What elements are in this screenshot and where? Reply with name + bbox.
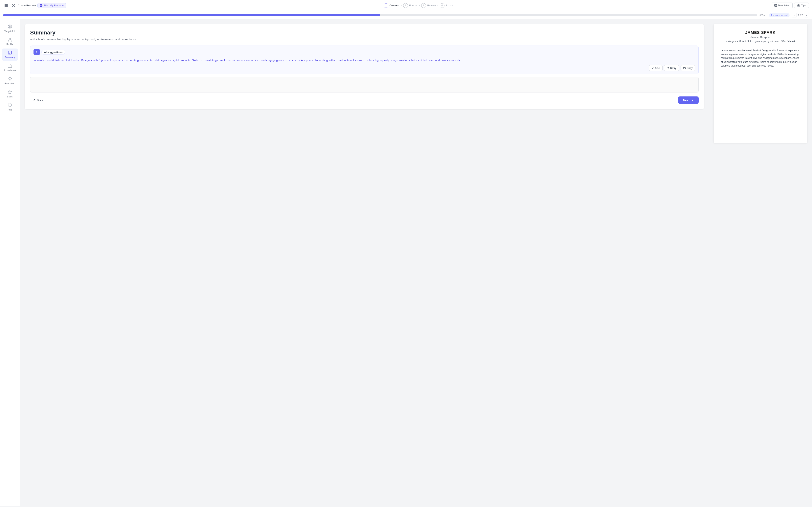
sidebar-item-experience[interactable]: Experience bbox=[2, 62, 18, 74]
ai-icon bbox=[34, 49, 40, 55]
sidebar-education-label: Education bbox=[5, 82, 15, 85]
sidebar-item-skills[interactable]: Skills bbox=[2, 88, 18, 100]
ai-suggestions-card: AI suggestions Innovative and detail-ori… bbox=[30, 46, 699, 74]
sidebar-experience-label: Experience bbox=[4, 69, 16, 72]
topnav-right: Templates Tips bbox=[771, 3, 809, 8]
step-content[interactable]: 1 Content bbox=[384, 3, 399, 8]
progress-bar-container: 50% auto saved ‹ 1 / 2 › bbox=[0, 11, 812, 19]
ai-suggestions-header: AI suggestions bbox=[34, 49, 695, 55]
sidebar-summary-label: Summary bbox=[5, 56, 15, 59]
svg-rect-27 bbox=[684, 67, 686, 69]
title-text: Title: My Resume bbox=[44, 4, 64, 7]
progress-pct: 50% bbox=[759, 14, 767, 17]
main-card: Summary Add a brief summary that highlig… bbox=[24, 24, 704, 109]
target-job-icon bbox=[8, 24, 12, 29]
resume-preview: JAMES SPARK Product Designer Los Angeles… bbox=[709, 19, 812, 506]
summary-text-input[interactable] bbox=[30, 77, 699, 93]
step-num-4: 4 bbox=[440, 3, 445, 8]
progress-track bbox=[3, 14, 757, 16]
ai-actions: Use Retry Copy bbox=[34, 65, 695, 71]
svg-rect-6 bbox=[774, 4, 775, 5]
step-format[interactable]: 2 Format bbox=[403, 3, 417, 8]
step-export[interactable]: 4 Export bbox=[440, 3, 453, 8]
ai-suggestion-text: Innovative and detail-oriented Product D… bbox=[34, 58, 695, 62]
step-num-2: 2 bbox=[403, 3, 408, 8]
sidebar-add-label: Add bbox=[8, 108, 12, 111]
resume-summary-text: Innovative and detail-oriented Product D… bbox=[721, 49, 800, 68]
svg-marker-21 bbox=[8, 90, 12, 94]
back-button[interactable]: Back bbox=[30, 97, 45, 103]
cloud-icon bbox=[771, 14, 774, 16]
svg-rect-9 bbox=[775, 6, 776, 7]
title-badge[interactable]: Title: My Resume bbox=[38, 3, 66, 8]
svg-point-14 bbox=[9, 38, 11, 40]
copy-icon bbox=[683, 67, 686, 69]
resume-name: JAMES SPARK bbox=[721, 30, 800, 35]
sidebar-item-target-job[interactable]: Target Job bbox=[2, 22, 18, 35]
use-label: Use bbox=[655, 66, 660, 69]
page-label: 1 / 2 bbox=[798, 14, 803, 17]
svg-point-25 bbox=[38, 51, 38, 51]
sidebar-profile-label: Profile bbox=[6, 43, 13, 46]
section-title: Summary bbox=[30, 30, 699, 36]
sidebar-skills-label: Skills bbox=[7, 95, 12, 98]
top-nav: Create Resume Title: My Resume 1 Content… bbox=[0, 0, 812, 11]
content-area: Summary Add a brief summary that highlig… bbox=[20, 19, 709, 506]
copy-label: Copy bbox=[687, 66, 693, 69]
tips-label: Tips bbox=[801, 4, 806, 7]
svg-point-26 bbox=[36, 53, 36, 53]
svg-point-13 bbox=[9, 26, 10, 27]
auto-saved-label: auto saved bbox=[775, 14, 788, 17]
svg-rect-8 bbox=[774, 6, 775, 7]
svg-rect-7 bbox=[775, 4, 776, 5]
prev-page-button[interactable]: ‹ bbox=[792, 13, 797, 17]
bottom-nav: Back Next bbox=[30, 97, 699, 104]
retry-label: Retry bbox=[670, 66, 676, 69]
step-label-content: Content bbox=[390, 4, 399, 7]
retry-button[interactable]: Retry bbox=[664, 65, 679, 71]
step-label-review: Review bbox=[427, 4, 436, 7]
sidebar-item-education[interactable]: Education bbox=[2, 75, 18, 87]
step-label-format: Format bbox=[409, 4, 417, 7]
step-arrow-3: › bbox=[437, 4, 438, 7]
next-arrow-icon bbox=[691, 99, 694, 102]
step-review[interactable]: 3 Review bbox=[421, 3, 436, 8]
profile-icon bbox=[8, 38, 12, 42]
step-arrow-1: › bbox=[401, 4, 402, 7]
page-nav: ‹ 1 / 2 › bbox=[792, 13, 809, 17]
copy-button[interactable]: Copy bbox=[680, 65, 695, 71]
auto-saved-badge: auto saved bbox=[769, 13, 790, 17]
back-arrow-icon bbox=[33, 99, 36, 102]
section-description: Add a brief summary that highlights your… bbox=[30, 38, 699, 42]
create-resume-label: Create Resume bbox=[18, 4, 36, 7]
tips-button[interactable]: Tips bbox=[794, 3, 809, 8]
sidebar-item-summary[interactable]: Summary bbox=[2, 49, 18, 61]
menu-button[interactable] bbox=[3, 3, 9, 8]
step-arrow-2: › bbox=[419, 4, 420, 7]
next-page-button[interactable]: › bbox=[804, 13, 809, 17]
resume-contact: Los Angeles, United States • jamessparkg… bbox=[721, 40, 800, 43]
next-button[interactable]: Next bbox=[678, 97, 699, 104]
sidebar-target-job-label: Target Job bbox=[4, 30, 15, 33]
resume-divider bbox=[721, 46, 800, 46]
main-layout: Target Job Profile Summary Ex bbox=[0, 19, 812, 506]
use-button[interactable]: Use bbox=[649, 65, 662, 71]
summary-icon bbox=[8, 51, 12, 55]
sidebar-item-profile[interactable]: Profile bbox=[2, 36, 18, 48]
retry-icon bbox=[667, 67, 669, 69]
close-button[interactable] bbox=[11, 3, 16, 8]
skills-icon bbox=[8, 90, 12, 94]
templates-button[interactable]: Templates bbox=[771, 3, 793, 8]
resume-paper: JAMES SPARK Product Designer Los Angeles… bbox=[714, 24, 807, 143]
ai-sparkle-icon bbox=[35, 51, 38, 54]
svg-point-12 bbox=[9, 25, 11, 27]
check-use-icon bbox=[652, 67, 654, 69]
tips-icon bbox=[797, 4, 800, 7]
next-label: Next bbox=[683, 99, 690, 102]
sidebar-item-add[interactable]: Add bbox=[2, 101, 18, 113]
topnav-left: Create Resume Title: My Resume bbox=[3, 3, 66, 8]
add-icon bbox=[8, 103, 12, 107]
templates-label: Templates bbox=[778, 4, 790, 7]
svg-point-11 bbox=[8, 25, 12, 28]
education-icon bbox=[8, 77, 12, 81]
